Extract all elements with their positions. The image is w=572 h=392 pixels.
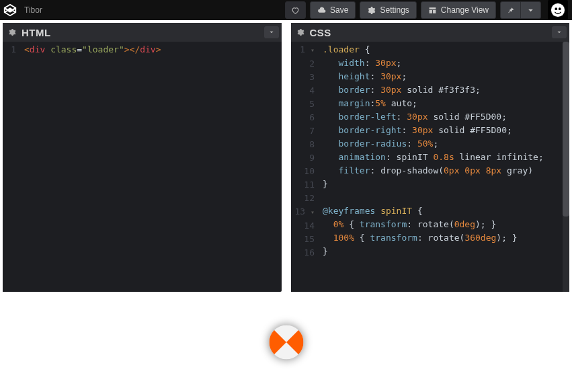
- svg-rect-0: [429, 7, 436, 9]
- preview-pane: [0, 292, 572, 392]
- heart-icon: [291, 6, 300, 15]
- css-collapse-button[interactable]: [552, 26, 567, 38]
- panel-gear-icon[interactable]: [8, 28, 16, 36]
- gear-icon: [367, 6, 376, 15]
- save-label: Save: [330, 5, 348, 15]
- layout-icon: [428, 6, 437, 15]
- change-view-label: Change View: [441, 5, 489, 15]
- username-label: Tibor: [24, 5, 42, 15]
- pin-icon: [506, 6, 515, 15]
- pin-button[interactable]: [500, 1, 521, 19]
- scrollbar[interactable]: [563, 42, 569, 292]
- dropdown-button[interactable]: [521, 1, 541, 19]
- avatar-icon: [550, 3, 565, 17]
- css-code[interactable]: .loader { width: 30px; height: 30px; bor…: [320, 42, 548, 292]
- avatar[interactable]: [548, 0, 568, 20]
- codepen-logo-icon: [3, 3, 17, 17]
- chevron-down-icon: [556, 29, 563, 36]
- html-gutter: 1: [3, 42, 22, 292]
- css-editor[interactable]: 1 ▾ 2 3 4 5 6 7 8 9 10 11 12 13 ▾ 14 15 …: [291, 42, 570, 292]
- settings-label: Settings: [380, 5, 409, 15]
- svg-rect-1: [429, 9, 432, 13]
- settings-button[interactable]: Settings: [360, 1, 416, 19]
- html-panel: HTML 1 <div class="loader"></div>: [3, 23, 282, 292]
- css-title: CSS: [310, 27, 331, 38]
- html-editor[interactable]: 1 <div class="loader"></div>: [3, 42, 282, 292]
- html-collapse-button[interactable]: [264, 26, 279, 38]
- editor-panels: HTML 1 <div class="loader"></div> CSS 1 …: [0, 20, 572, 292]
- heart-button[interactable]: [285, 1, 306, 19]
- save-button[interactable]: Save: [310, 1, 356, 19]
- css-panel: CSS 1 ▾ 2 3 4 5 6 7 8 9 10 11 12 13 ▾ 14: [291, 23, 570, 292]
- svg-point-4: [555, 7, 557, 10]
- top-bar: Tibor Save Settings Change View: [0, 0, 572, 20]
- svg-point-5: [559, 7, 561, 10]
- cloud-icon: [317, 6, 326, 15]
- html-title: HTML: [22, 27, 51, 38]
- css-gutter: 1 ▾ 2 3 4 5 6 7 8 9 10 11 12 13 ▾ 14 15 …: [291, 42, 321, 292]
- css-panel-header: CSS: [291, 23, 570, 42]
- html-code[interactable]: <div class="loader"></div>: [22, 42, 165, 292]
- html-panel-header: HTML: [3, 23, 282, 42]
- chevron-down-icon: [526, 6, 535, 15]
- share-button-group: [500, 1, 541, 19]
- svg-rect-2: [433, 9, 436, 13]
- chevron-down-icon: [268, 29, 275, 36]
- svg-point-3: [551, 3, 565, 17]
- panel-gear-icon[interactable]: [296, 28, 304, 36]
- change-view-button[interactable]: Change View: [421, 1, 496, 19]
- loader-element: [269, 325, 303, 360]
